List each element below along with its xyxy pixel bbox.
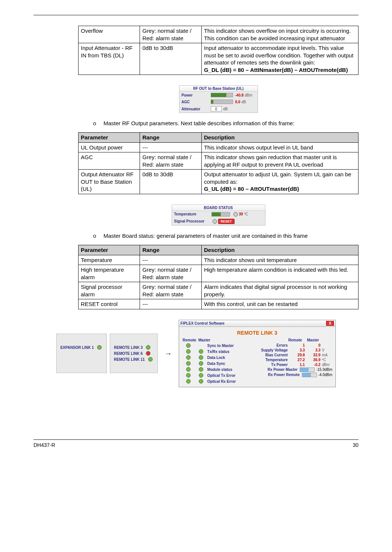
agc-value: 0.0 xyxy=(235,100,240,104)
values-column: Remote Master Errors10 Supply Voltage3.3… xyxy=(259,338,332,385)
led-icon xyxy=(186,367,191,372)
th-range: Range xyxy=(140,245,201,255)
expansor-label: EXPANSOR LINK 1 xyxy=(60,346,94,350)
status-name: Data Sync xyxy=(207,362,225,366)
window-body: REMOTE LINK 3 Remote Master Sync to Mast… xyxy=(179,327,335,387)
range-cell: 0dB to 30dB xyxy=(140,170,201,194)
expansor-group: EXPANSOR LINK 1 REMOTE LINK 3 REMOTE LIN… xyxy=(56,334,158,373)
remote-link-item[interactable]: REMOTE LINK 11 xyxy=(114,356,154,362)
kv-val-remote: 27.2 xyxy=(291,358,306,362)
bar-key: Rx Power Master xyxy=(259,368,300,372)
sp-led-icon xyxy=(213,219,217,224)
desc-cell: With this control, unit can be restarted xyxy=(201,299,358,309)
agc-label: AGC xyxy=(182,100,211,104)
table-board-status: Parameter Range Description Temperature … xyxy=(78,245,358,309)
desc-cell: High temperature alarm condition is indi… xyxy=(201,265,358,282)
rf-out-panel: RF OUT to Base Station (UL) Power -40.8 … xyxy=(179,85,258,113)
param-cell: AGC xyxy=(79,152,140,170)
footer-page-number: 30 xyxy=(353,442,358,448)
range-cell: Grey: normal state / Red: alarm state xyxy=(140,26,201,43)
bar-unit: dBm xyxy=(325,368,332,372)
hdr-remote: Remote xyxy=(182,338,197,342)
page-footer: DH437-R 30 xyxy=(34,439,358,448)
remote-link-item[interactable]: REMOTE LINK 6 xyxy=(114,350,154,356)
table-row: Signal processor alarm Grey: normal stat… xyxy=(79,282,358,299)
kv-key: Bias Current xyxy=(259,353,291,357)
expansor-link[interactable]: EXPANSOR LINK 1 xyxy=(60,344,103,350)
led-icon xyxy=(186,379,191,384)
reset-button[interactable]: RESET xyxy=(218,219,235,224)
led-icon xyxy=(186,349,191,354)
table-row: High temperature alarm Grey: normal stat… xyxy=(79,265,358,282)
kv-val-remote: 1 xyxy=(291,343,306,347)
att-unit: dB xyxy=(223,107,228,111)
param-cell: Overflow xyxy=(79,26,140,43)
table-row: Output Attenuator RF OUT to Base Station… xyxy=(79,170,358,194)
bullet-marker: o xyxy=(93,120,103,127)
remote-link-label: REMOTE LINK 11 xyxy=(114,357,145,362)
att-label: Attenuator xyxy=(182,107,211,111)
kv-key: Supply Voltage xyxy=(259,348,291,352)
kv-val-master: 36.9 xyxy=(306,358,322,362)
remote-link-label: REMOTE LINK 3 xyxy=(114,346,143,350)
desc-cell: This indicator shows gain reduction that… xyxy=(201,152,358,170)
top-rule xyxy=(34,15,358,15)
table-row: Temperature --- This indicator shows uni… xyxy=(79,255,358,265)
status-name: Optical Rx Error xyxy=(207,379,236,384)
param-cell: Temperature xyxy=(79,255,140,265)
desc-cell: This indicator shows overflow on input c… xyxy=(201,26,358,43)
hdr-master: Master xyxy=(304,338,322,342)
remote-link-item[interactable]: REMOTE LINK 3 xyxy=(114,344,154,350)
temp-bar xyxy=(211,212,230,217)
rx-bar xyxy=(300,368,315,372)
att-input[interactable]: 0 xyxy=(211,106,222,111)
status-name: Module status xyxy=(207,368,232,372)
hdr-master: Master xyxy=(197,338,212,342)
agc-unit: dB xyxy=(241,100,246,104)
kv-val-remote: 1.1 xyxy=(291,363,306,367)
table-row: Overflow Grey: normal state / Red: alarm… xyxy=(79,26,358,43)
kv-val-master: 32.9 xyxy=(306,353,322,357)
kv-val-remote: 29.8 xyxy=(291,353,306,357)
desc-formula: G_DL (dB) = 80 – AttINmaster(dB) – AttOU… xyxy=(204,67,348,73)
desc-cell: Alarm indicates that digital signal proc… xyxy=(201,282,358,299)
bar-key: Rx Power Remote xyxy=(259,373,302,377)
range-cell: 0dB to 30dB xyxy=(140,43,201,75)
panel-title: BOARD STATUS xyxy=(172,205,265,211)
led-icon xyxy=(186,361,191,366)
bullet-text: Master Board status: general parameters … xyxy=(103,232,358,240)
main-content: Overflow Grey: normal state / Red: alarm… xyxy=(78,26,358,387)
control-software-window: FIPLEX Control Software X REMOTE LINK 3 … xyxy=(179,320,336,387)
values-header: Remote Master xyxy=(259,338,332,342)
power-unit: dBm xyxy=(245,93,252,97)
status-name: Data Lock xyxy=(207,356,225,360)
bullet-marker: o xyxy=(93,232,103,240)
panel-title: RF OUT to Base Station (UL) xyxy=(179,86,258,92)
desc-cell: This indicator shows unit temperature xyxy=(201,255,358,265)
led-icon xyxy=(199,349,203,354)
sp-label: Signal Processor xyxy=(174,219,211,223)
temperature-row: Temperature 39 ºC xyxy=(172,211,265,218)
power-value: -40.8 xyxy=(235,93,244,97)
kv-unit: mA xyxy=(322,353,332,357)
figure-board-status-panel: BOARD STATUS Temperature 39 ºC Signal Pr… xyxy=(78,205,358,225)
board-status-panel: BOARD STATUS Temperature 39 ºC Signal Pr… xyxy=(172,205,265,225)
desc-cell: Output attenuator to adjust UL gain. Sys… xyxy=(201,170,358,194)
table-row: RESET control --- With this control, uni… xyxy=(79,299,358,309)
arrow-icon: → xyxy=(165,349,172,358)
table-header-row: Parameter Range Description xyxy=(79,133,358,143)
bar-row: Rx Power Master-15.9dBm xyxy=(259,367,332,372)
led-icon xyxy=(148,357,153,362)
kv-unit: ºC xyxy=(322,358,332,362)
led-icon xyxy=(186,343,191,348)
remote-links-panel: REMOTE LINK 3 REMOTE LINK 6 REMOTE LINK … xyxy=(110,334,158,373)
range-cell: --- xyxy=(140,142,201,152)
power-label: Power xyxy=(182,93,211,97)
close-button[interactable]: X xyxy=(326,321,334,326)
temp-value: 39 xyxy=(239,212,243,216)
kv-val-master: -0.2 xyxy=(306,363,322,367)
range-cell: --- xyxy=(140,255,201,265)
led-icon xyxy=(199,361,203,366)
table-row: UL Output power --- This indicator shows… xyxy=(79,142,358,152)
status-name: Sync to Master xyxy=(207,344,234,348)
